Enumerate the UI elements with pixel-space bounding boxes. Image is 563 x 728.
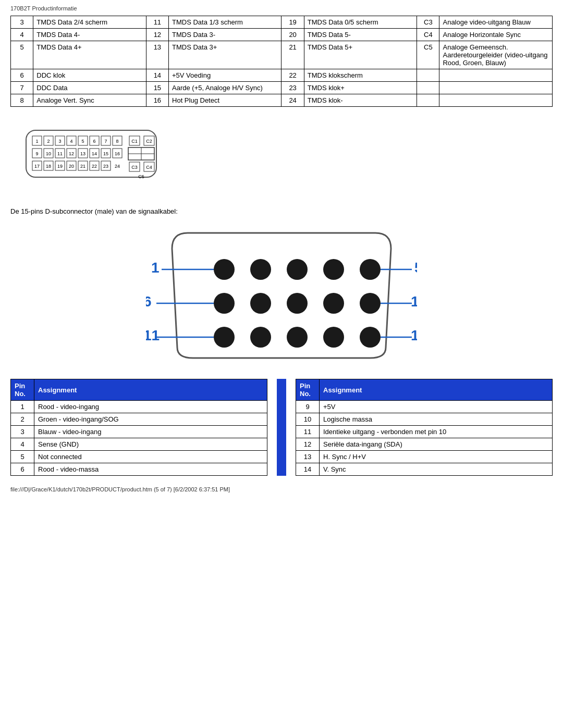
pin-table-row: 6Rood - video-massa xyxy=(11,463,267,476)
svg-text:C5: C5 xyxy=(138,174,144,179)
svg-text:16: 16 xyxy=(115,151,120,156)
svg-point-60 xyxy=(214,259,235,280)
pin-table-row: 9+5V xyxy=(296,401,553,413)
svg-text:11: 11 xyxy=(146,327,160,343)
svg-point-73 xyxy=(323,327,344,348)
pin-table-left: Pin No. Assignment 1Rood - video-ingang2… xyxy=(10,379,267,476)
svg-text:C2: C2 xyxy=(146,139,152,144)
pin-table-separator xyxy=(277,379,286,476)
svg-text:7: 7 xyxy=(104,139,107,144)
pin-table-row: 10Logische massa xyxy=(296,413,553,426)
svg-text:C3: C3 xyxy=(131,165,138,170)
svg-point-70 xyxy=(214,327,235,348)
svg-point-68 xyxy=(323,293,344,314)
svg-text:9: 9 xyxy=(35,151,38,156)
svg-point-61 xyxy=(250,259,271,280)
svg-text:11: 11 xyxy=(57,151,63,156)
svg-point-62 xyxy=(287,259,308,280)
svg-text:20: 20 xyxy=(69,164,74,169)
dvi-table: 3TMDS Data 2/4 scherm11TMDS Data 1/3 sch… xyxy=(10,16,553,107)
svg-text:18: 18 xyxy=(46,164,51,169)
svg-text:4: 4 xyxy=(70,139,72,144)
pin-table-row: 14V. Sync xyxy=(296,463,553,476)
pin-table-row: 12Seriële data-ingang (SDA) xyxy=(296,438,553,451)
dvi-table-row: 7DDC Data15Aarde (+5, Analoge H/V Sync)2… xyxy=(11,82,553,94)
svg-text:10: 10 xyxy=(46,151,51,156)
svg-text:15: 15 xyxy=(411,327,417,343)
svg-point-69 xyxy=(360,293,381,314)
svg-text:14: 14 xyxy=(92,151,97,156)
dvi-table-row: 3TMDS Data 2/4 scherm11TMDS Data 1/3 sch… xyxy=(11,16,553,29)
page-title: 170B2T Productinformatie xyxy=(10,5,553,11)
right-pin-no-header: Pin No. xyxy=(296,379,320,401)
pin-table-row: 11Identieke uitgang - verbonden met pin … xyxy=(296,426,553,438)
svg-point-63 xyxy=(323,259,344,280)
svg-point-67 xyxy=(287,293,308,314)
vga-section: De 15-pins D-subconnector (male) van de … xyxy=(10,207,553,368)
dvi-table-row: 5TMDS Data 4+13TMDS Data 3+21TMDS Data 5… xyxy=(11,41,553,69)
svg-point-74 xyxy=(360,327,381,348)
svg-text:5: 5 xyxy=(414,260,417,276)
svg-text:8: 8 xyxy=(116,139,118,144)
svg-text:1: 1 xyxy=(35,139,38,144)
svg-text:6: 6 xyxy=(146,293,152,310)
svg-text:12: 12 xyxy=(69,151,74,156)
svg-text:23: 23 xyxy=(103,164,108,169)
svg-point-72 xyxy=(287,327,308,348)
svg-text:C1: C1 xyxy=(131,139,138,144)
pin-table-row: 4Sense (GND) xyxy=(11,438,267,451)
svg-text:22: 22 xyxy=(92,164,97,169)
dvi-table-row: 8Analoge Vert. Sync16Hot Plug Detect24TM… xyxy=(11,94,553,107)
svg-text:15: 15 xyxy=(103,151,108,156)
vga-description: De 15-pins D-subconnector (male) van de … xyxy=(10,207,553,215)
vga-connector-wrapper: 1 5 6 10 11 15 xyxy=(10,223,553,368)
svg-point-64 xyxy=(360,259,381,280)
svg-point-65 xyxy=(214,293,235,314)
svg-text:2: 2 xyxy=(47,139,50,144)
pin-tables-wrapper: Pin No. Assignment 1Rood - video-ingang2… xyxy=(10,379,553,476)
pin-table-right: Pin No. Assignment 9+5V10Logische massa1… xyxy=(296,379,553,476)
dvi-connector-section: 1 2 3 4 5 6 7 8 9 10 11 12 13 14 15 16 1… xyxy=(10,117,553,197)
svg-point-66 xyxy=(250,293,271,314)
right-assignment-header: Assignment xyxy=(320,379,553,401)
svg-text:5: 5 xyxy=(81,139,84,144)
svg-text:6: 6 xyxy=(93,139,95,144)
dvi-table-row: 4TMDS Data 4-12TMDS Data 3-20TMDS Data 5… xyxy=(11,29,553,41)
left-assignment-header: Assignment xyxy=(34,379,267,401)
svg-text:24: 24 xyxy=(115,164,120,169)
svg-text:3: 3 xyxy=(58,139,61,144)
pin-table-row: 3Blauw - video-ingang xyxy=(11,426,267,438)
left-pin-no-header: Pin No. xyxy=(11,379,34,401)
dvi-table-row: 6DDC klok14+5V Voeding22TMDS klokscherm xyxy=(11,69,553,82)
svg-text:19: 19 xyxy=(57,164,63,169)
svg-text:10: 10 xyxy=(411,293,417,310)
svg-text:21: 21 xyxy=(80,164,85,169)
svg-text:1: 1 xyxy=(151,260,160,276)
pin-table-row: 1Rood - video-ingang xyxy=(11,401,267,413)
vga-connector-diagram: 1 5 6 10 11 15 xyxy=(146,223,417,368)
pin-table-row: 2Groen - video-ingang/SOG xyxy=(11,413,267,426)
svg-text:C4: C4 xyxy=(146,165,152,170)
footer-bar: file:///D|/Grace/K1/dutch/170b2t/PRODUCT… xyxy=(10,486,553,492)
svg-point-71 xyxy=(250,327,271,348)
dvi-connector-diagram: 1 2 3 4 5 6 7 8 9 10 11 12 13 14 15 16 1… xyxy=(21,122,172,185)
pin-table-row: 13H. Sync / H+V xyxy=(296,451,553,463)
pin-table-row: 5Not connected xyxy=(11,451,267,463)
svg-text:17: 17 xyxy=(34,164,40,169)
svg-text:13: 13 xyxy=(80,151,85,156)
